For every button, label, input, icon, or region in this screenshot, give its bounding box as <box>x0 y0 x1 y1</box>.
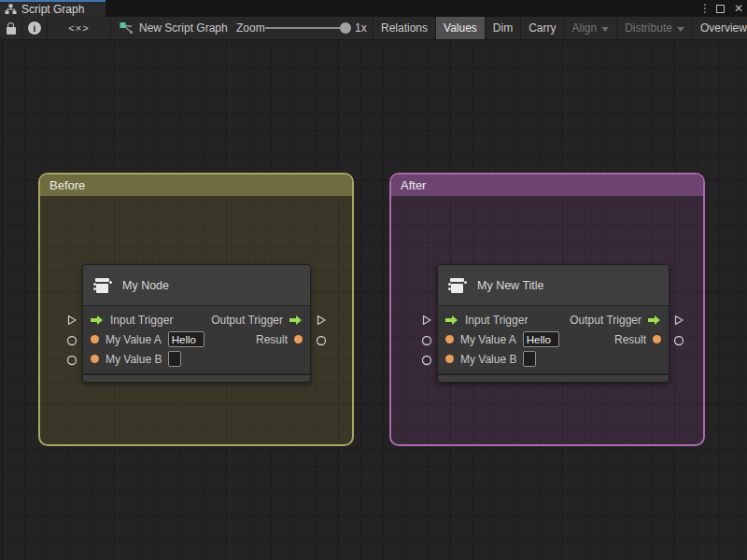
node-my-new-title-header[interactable]: My New Title <box>438 265 669 306</box>
info-button[interactable]: i <box>22 17 47 39</box>
port-circle-icon <box>673 335 684 346</box>
align-dropdown[interactable]: Align <box>564 17 617 39</box>
value-a-field[interactable] <box>168 331 204 347</box>
external-flow-input-port[interactable] <box>421 315 432 326</box>
group-after-header[interactable]: After <box>391 175 703 196</box>
chevron-down-icon <box>601 27 609 32</box>
sitemap-icon <box>5 4 17 15</box>
node-footer <box>83 373 310 382</box>
port-circle-icon <box>66 355 78 366</box>
values-button[interactable]: Values <box>435 17 485 39</box>
external-value-b-port[interactable] <box>66 355 78 366</box>
zoom-slider[interactable] <box>265 17 349 39</box>
value-port-icon[interactable] <box>653 335 661 343</box>
value-port-icon[interactable] <box>445 335 454 343</box>
port-row-trigger: Input Trigger Output Trigger <box>438 310 669 329</box>
zoom-slider-knob[interactable] <box>340 22 351 34</box>
overview-button[interactable]: Overview <box>692 17 747 39</box>
value-a-field[interactable] <box>523 331 559 347</box>
chevron-down-icon <box>677 27 684 32</box>
node-title: My Node <box>122 279 169 292</box>
close-icon: ✕ <box>734 2 743 15</box>
value-port-icon[interactable] <box>294 335 303 343</box>
lock-button[interactable] <box>0 17 21 39</box>
node-my-new-title[interactable]: My New Title Input Trigger Output Trigge… <box>437 264 669 383</box>
tab-script-graph[interactable]: Script Graph <box>0 0 106 17</box>
group-before-label: Before <box>49 178 85 192</box>
port-circle-icon <box>66 335 78 346</box>
zoom-slider-track <box>265 27 345 29</box>
graph-breadcrumb[interactable]: New Script Graph <box>120 17 228 39</box>
port-row-value-a: My Value A Result <box>438 329 669 349</box>
window-close-button[interactable]: ✕ <box>732 0 745 17</box>
window-maximize-button[interactable] <box>716 0 725 17</box>
node-body: Input Trigger Output Trigger My Value A … <box>438 306 669 373</box>
external-flow-output-port[interactable] <box>316 315 327 326</box>
external-result-port[interactable] <box>673 335 684 346</box>
toolbar-toggle-group: Relations Values Dim Carry Align Distrib… <box>373 17 747 39</box>
script-graph-window: { "window": { "tab_label": "Script Graph… <box>0 0 747 560</box>
zoom-value-wrap: 1x <box>355 17 367 39</box>
maximize-icon <box>716 5 725 13</box>
value-port-icon[interactable] <box>91 355 99 363</box>
zoom-value: 1x <box>355 21 367 35</box>
external-flow-output-port[interactable] <box>673 315 684 326</box>
port-circle-icon <box>421 335 432 346</box>
external-result-port[interactable] <box>316 335 327 346</box>
script-graph-icon <box>120 21 134 35</box>
external-flow-input-port[interactable] <box>66 315 78 326</box>
port-row-value-a: My Value A Result <box>83 329 310 349</box>
kebab-menu-icon: ⋮ <box>699 2 711 15</box>
node-my-node[interactable]: My Node Input Trigger Output Trigger <box>82 264 311 383</box>
value-b-field[interactable] <box>523 351 536 367</box>
port-row-value-b: My Value B <box>83 349 310 369</box>
node-title: My New Title <box>477 279 544 292</box>
zoom-label: Zoom <box>236 21 265 35</box>
info-icon: i <box>28 21 41 35</box>
port-row-trigger: Input Trigger Output Trigger <box>83 310 310 329</box>
port-triangle-icon <box>316 315 327 326</box>
zoom-label-wrap: Zoom <box>236 17 265 39</box>
flow-input-icon[interactable] <box>91 315 104 326</box>
carry-button[interactable]: Carry <box>520 17 563 39</box>
code-icon: <×> <box>68 22 89 34</box>
port-circle-icon <box>421 355 432 366</box>
dim-button[interactable]: Dim <box>485 17 520 39</box>
unit-node-icon <box>92 275 112 296</box>
code-view-button[interactable]: <×> <box>48 17 110 39</box>
port-triangle-icon <box>421 315 432 326</box>
node-my-node-header[interactable]: My Node <box>83 265 310 306</box>
external-value-a-port[interactable] <box>421 335 432 346</box>
graph-canvas[interactable]: Before After My Node Input Trigger Ou <box>0 40 747 560</box>
port-triangle-icon <box>66 315 78 326</box>
node-body: Input Trigger Output Trigger My Value A … <box>83 306 310 373</box>
port-circle-icon <box>316 335 327 346</box>
port-triangle-icon <box>673 315 684 326</box>
tab-bar: Script Graph ⋮ ✕ <box>0 0 747 17</box>
group-before-header[interactable]: Before <box>40 175 352 196</box>
lock-icon <box>7 27 16 35</box>
value-port-icon[interactable] <box>91 335 99 343</box>
flow-input-icon[interactable] <box>445 315 458 326</box>
port-row-value-b: My Value B <box>438 349 669 369</box>
value-b-field[interactable] <box>168 351 181 367</box>
graph-toolbar: i <×> New Script Graph Zoom 1x Relations… <box>0 17 747 40</box>
flow-output-icon[interactable] <box>648 315 661 326</box>
window-menu-button[interactable]: ⋮ <box>699 0 711 17</box>
external-value-a-port[interactable] <box>66 335 78 346</box>
node-footer <box>438 373 669 382</box>
unit-node-icon <box>446 275 467 296</box>
flow-output-icon[interactable] <box>289 315 303 326</box>
distribute-dropdown[interactable]: Distribute <box>616 17 692 39</box>
tab-label: Script Graph <box>21 3 84 16</box>
external-value-b-port[interactable] <box>421 355 432 366</box>
value-port-icon[interactable] <box>445 355 454 363</box>
relations-button[interactable]: Relations <box>373 17 435 39</box>
graph-name: New Script Graph <box>139 21 228 35</box>
group-after-label: After <box>401 178 426 192</box>
